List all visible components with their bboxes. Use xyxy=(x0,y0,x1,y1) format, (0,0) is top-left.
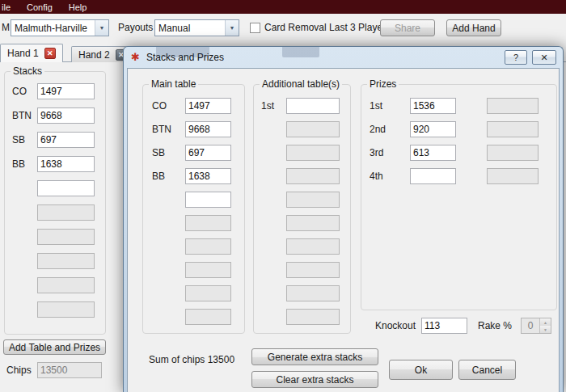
additional-stack-input-disabled xyxy=(286,238,340,255)
seat-label-btn: BTN xyxy=(152,121,171,137)
dialog-titlebar[interactable]: ✱ Stacks and Prizes ? ✕ xyxy=(124,47,563,68)
menu-item-help[interactable]: Help xyxy=(61,0,95,14)
prize-input-3rd[interactable] xyxy=(410,145,456,161)
additional-stack-input-disabled xyxy=(286,192,340,208)
chips-input xyxy=(37,362,102,378)
main-stack-input-bb[interactable] xyxy=(185,168,231,184)
card-removal-checkbox[interactable] xyxy=(250,23,260,33)
rake-spinner: 0 ▲ ▼ xyxy=(521,318,551,334)
spin-down-icon: ▼ xyxy=(540,326,551,333)
chevron-down-icon: ▼ xyxy=(95,20,108,36)
main-stack-input-btn[interactable] xyxy=(185,121,231,137)
tab-hand-1[interactable]: Hand 1 ✕ xyxy=(0,44,63,62)
seat-label-co: CO xyxy=(152,98,167,114)
additional-stack-input-disabled xyxy=(286,215,340,231)
titlebar-glass-artifact xyxy=(156,47,209,57)
menu-item-config[interactable]: Config xyxy=(19,0,61,14)
stack-input-disabled xyxy=(37,204,95,221)
additional-stack-input-disabled xyxy=(286,168,340,184)
additional-stack-input-disabled xyxy=(286,121,340,137)
prize-label-4th: 4th xyxy=(370,168,383,184)
main-stack-input-disabled xyxy=(185,285,231,301)
additional-stack-input-1st[interactable] xyxy=(286,98,340,114)
prize-extra-input-disabled xyxy=(487,121,539,137)
stacks-group-title: Stacks xyxy=(11,65,44,77)
stack-input-disabled xyxy=(37,253,95,269)
stack-input-empty[interactable] xyxy=(37,180,95,196)
main-stack-input-sb[interactable] xyxy=(185,145,231,161)
stack-input-disabled xyxy=(37,301,95,318)
main-table-group: Main table CO BTN SB BB xyxy=(142,84,245,334)
additional-stack-input-disabled xyxy=(286,262,340,278)
prize-extra-input-disabled xyxy=(487,98,539,114)
menu-item-file[interactable]: ile xyxy=(0,0,19,14)
close-tab-icon[interactable]: ✕ xyxy=(44,48,56,59)
seat-label-btn: BTN xyxy=(12,107,32,124)
prize-input-4th[interactable] xyxy=(410,168,456,184)
stack-input-sb[interactable] xyxy=(37,132,95,148)
main-stack-input-co[interactable] xyxy=(185,98,231,114)
additional-stack-input-disabled xyxy=(286,285,340,301)
stack-input-co[interactable] xyxy=(37,83,95,99)
stacks-group: Stacks CO BTN SB BB xyxy=(4,71,106,335)
app-window: ile Config Help M Malmuth-Harville ▼ Pay… xyxy=(0,0,566,392)
clear-extra-stacks-button[interactable]: Clear extra stacks xyxy=(251,371,378,388)
prize-label-3rd: 3rd xyxy=(370,145,383,161)
add-hand-button[interactable]: Add Hand xyxy=(446,19,501,36)
payouts-select[interactable]: Manual ▼ xyxy=(154,19,239,36)
additional-label-1st: 1st xyxy=(261,98,274,114)
menubar: ile Config Help xyxy=(0,0,566,14)
sum-of-chips-label: Sum of chips 13500 xyxy=(149,354,234,365)
additional-stack-input-disabled xyxy=(286,309,340,325)
ok-button[interactable]: Ok xyxy=(389,360,453,380)
close-button[interactable]: ✕ xyxy=(532,50,556,65)
cancel-button[interactable]: Cancel xyxy=(458,360,516,380)
knockout-label: Knockout xyxy=(375,318,416,334)
knockout-input[interactable] xyxy=(421,318,467,334)
seat-label-sb: SB xyxy=(152,145,165,161)
icm-model-value: Malmuth-Harville xyxy=(11,23,95,34)
tab-hand-2-label: Hand 2 xyxy=(78,49,110,61)
help-button[interactable]: ? xyxy=(505,50,527,65)
main-stack-input-empty[interactable] xyxy=(185,192,231,208)
prize-input-1st[interactable] xyxy=(410,98,456,114)
prize-extra-input-disabled xyxy=(487,145,539,161)
additional-tables-group: Additional table(s) 1st xyxy=(253,84,351,334)
stacks-and-prizes-dialog: ✱ Stacks and Prizes ? ✕ Main table CO BT… xyxy=(123,46,564,392)
main-stack-input-disabled xyxy=(185,309,231,325)
spin-up-icon: ▲ xyxy=(540,318,551,326)
seat-label-bb: BB xyxy=(152,168,165,184)
prize-extra-input-disabled xyxy=(487,168,539,184)
seat-label-bb: BB xyxy=(12,156,25,172)
additional-tables-title: Additional table(s) xyxy=(260,78,342,90)
generate-extra-stacks-button[interactable]: Generate extra stacks xyxy=(251,348,378,365)
additional-stack-input-disabled xyxy=(286,145,340,161)
main-stack-input-disabled xyxy=(185,238,231,255)
stack-input-disabled xyxy=(37,277,95,293)
stack-input-btn[interactable] xyxy=(37,107,95,124)
chips-label: Chips xyxy=(6,362,32,378)
stack-input-bb[interactable] xyxy=(37,156,95,172)
stack-input-disabled xyxy=(37,229,95,245)
rake-label: Rake % xyxy=(478,318,512,334)
tab-hand-1-label: Hand 1 xyxy=(7,48,39,59)
card-removal-label: Card Removal Last 3 Players xyxy=(264,19,391,36)
payouts-label: Payouts xyxy=(118,19,153,36)
toolbar: M Malmuth-Harville ▼ Payouts Manual ▼ Ca… xyxy=(0,14,566,43)
prizes-group: Prizes 1st 2nd 3rd 4th xyxy=(361,84,557,310)
prizes-title: Prizes xyxy=(367,78,399,90)
prize-label-2nd: 2nd xyxy=(370,121,386,137)
rake-value: 0 xyxy=(522,318,539,333)
payouts-value: Manual xyxy=(155,23,225,34)
chevron-down-icon: ▼ xyxy=(225,20,239,36)
dialog-body: Main table CO BTN SB BB Additional table… xyxy=(127,68,560,392)
icm-model-select[interactable]: Malmuth-Harville ▼ xyxy=(11,19,109,36)
icm-label: M xyxy=(2,19,10,36)
add-table-and-prizes-button[interactable]: Add Table and Prizes xyxy=(3,339,106,355)
titlebar-glass-artifact xyxy=(282,47,319,57)
main-stack-input-disabled xyxy=(185,262,231,278)
prize-label-1st: 1st xyxy=(370,98,382,114)
main-table-title: Main table xyxy=(149,78,198,90)
prize-input-2nd[interactable] xyxy=(410,121,456,137)
app-icon: ✱ xyxy=(131,51,140,63)
